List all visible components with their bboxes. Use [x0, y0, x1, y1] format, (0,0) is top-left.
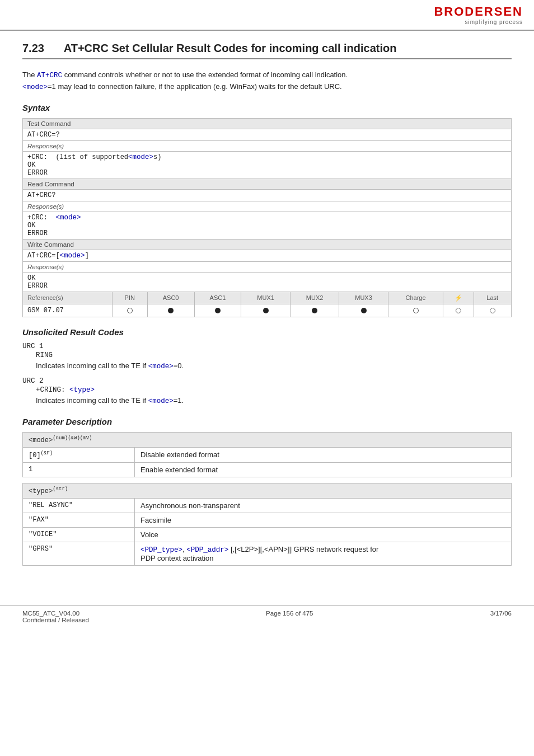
test-command-header-row: Test Command — [23, 118, 512, 129]
read-command-resp-label: Response(s) — [23, 201, 512, 212]
ref-table: Reference(s) PIN ASC0 ASC1 MUX1 MUX2 MUX… — [23, 292, 511, 317]
type-desc-2: Voice — [135, 528, 512, 542]
ref-icon — [443, 304, 474, 317]
section-title: 7.23 AT+CRC Set Cellular Result Codes fo… — [22, 42, 512, 59]
test-command-resp: +CRC: (list of supported<mode>s) OK ERRO… — [23, 151, 512, 179]
write-command-resp: OK ERROR — [23, 272, 512, 292]
mux3-circle — [361, 308, 367, 313]
urc-heading: Unsolicited Result Codes — [22, 327, 512, 337]
type-param-table: <type>(str) "REL ASYNC" Asynchronous non… — [22, 483, 512, 566]
ref-charge — [388, 304, 443, 317]
page-header: BRODERSEN simplifying process — [0, 0, 534, 31]
write-command-cmd: AT+CRC=[<mode>] — [23, 250, 512, 261]
asc1-col-header: ASC1 — [194, 292, 241, 304]
mux3-col-header: MUX3 — [339, 292, 388, 304]
type-param-name: <type>(str) — [23, 483, 512, 499]
ref-table-header: Reference(s) PIN ASC0 ASC1 MUX1 MUX2 MUX… — [23, 292, 511, 304]
ref-asc0 — [147, 304, 194, 317]
type-desc-0: Asynchronous non-transparent — [135, 499, 512, 513]
read-command-resp-row: +CRC: <mode> OK ERROR — [23, 212, 512, 239]
urc2-desc: Indicates incoming call to the TE if <mo… — [36, 395, 512, 407]
logo: BRODERSEN simplifying process — [434, 4, 523, 25]
urc1-desc: Indicates incoming call to the TE if <mo… — [36, 360, 512, 372]
section-heading-text: AT+CRC Set Cellular Result Codes for inc… — [64, 42, 397, 54]
write-command-header-row: Write Command — [23, 239, 512, 250]
ref-data-row: GSM 07.07 — [23, 304, 511, 317]
pin-circle — [127, 308, 133, 313]
desc-mode: <mode> — [22, 83, 48, 91]
mode-desc-0: Disable extended format — [135, 448, 512, 463]
mode-param-table: <mode>(num)(&W)(&V) [0](&F) Disable exte… — [22, 432, 512, 477]
type-desc-3: <PDP_type>, <PDP_addr> [,[<L2P>][,<APN>]… — [135, 542, 512, 566]
mode-key-1: 1 — [23, 463, 135, 477]
read-command-cmd-row: AT+CRC? — [23, 189, 512, 201]
footer-left: MC55_ATC_V04.00 Confidential / Released — [22, 610, 89, 623]
mode-key-0: [0](&F) — [23, 448, 135, 463]
ref-col-header: Reference(s) — [23, 292, 112, 304]
ref-asc1 — [194, 304, 241, 317]
write-command-label: Write Command — [23, 239, 512, 250]
read-command-header-row: Read Command — [23, 179, 512, 189]
icon-col-header: ⚡ — [443, 292, 474, 304]
mode-val-0: [0](&F) Disable extended format — [23, 448, 512, 463]
write-command-resp-row: OK ERROR — [23, 272, 512, 292]
mode-param-header: <mode>(num)(&W)(&V) — [23, 433, 512, 448]
urc2-code: +CRING: <type> — [36, 386, 512, 394]
type-param-header: <type>(str) — [23, 483, 512, 499]
footer-center: Page 156 of 475 — [266, 610, 313, 623]
urc1-block: URC 1 RING Indicates incoming call to th… — [22, 342, 512, 372]
test-command-label: Test Command — [23, 118, 512, 129]
test-resp-line1: +CRC: (list of supported<mode>s) — [27, 153, 161, 161]
mux2-col-header: MUX2 — [290, 292, 339, 304]
description-para1: The AT+CRC command controls whether or n… — [22, 69, 512, 93]
test-command-resp-row: +CRC: (list of supported<mode>s) OK ERRO… — [23, 151, 512, 179]
mode-param-name: <mode>(num)(&W)(&V) — [23, 433, 512, 448]
mux1-circle — [263, 308, 269, 313]
urc1-code: RING — [36, 351, 512, 359]
asc0-circle — [168, 308, 174, 313]
ref-mux3 — [339, 304, 388, 317]
charge-col-header: Charge — [388, 292, 443, 304]
type-key-0: "REL ASYNC" — [23, 499, 135, 513]
test-command-resp-label: Response(s) — [23, 140, 512, 151]
read-command-resp: +CRC: <mode> OK ERROR — [23, 212, 512, 239]
type-val-1: "FAX" Facsimile — [23, 513, 512, 528]
asc1-circle — [215, 308, 221, 313]
pin-col-header: PIN — [112, 292, 147, 304]
type-val-3: "GPRS" <PDP_type>, <PDP_addr> [,[<L2P>][… — [23, 542, 512, 566]
icon-circle — [456, 308, 461, 313]
logo-sub: simplifying process — [434, 19, 523, 25]
type-val-2: "VOICE" Voice — [23, 528, 512, 542]
ref-header-row: Reference(s) PIN ASC0 ASC1 MUX1 MUX2 MUX… — [23, 292, 512, 317]
main-content: 7.23 AT+CRC Set Cellular Result Codes fo… — [0, 31, 534, 588]
param-heading: Parameter Description — [22, 417, 512, 426]
syntax-table: Test Command AT+CRC=? Response(s) +CRC: … — [22, 118, 512, 317]
type-key-3: "GPRS" — [23, 542, 135, 566]
last-circle — [490, 308, 495, 313]
desc-post1: command controls whether or not to use t… — [62, 71, 348, 79]
desc-post2: =1 may lead to connection failure, if th… — [48, 82, 342, 91]
type-val-0: "REL ASYNC" Asynchronous non-transparent — [23, 499, 512, 513]
test-command-resp-label-row: Response(s) — [23, 140, 512, 151]
last-col-header: Last — [474, 292, 511, 304]
footer-doc-id: MC55_ATC_V04.00 — [22, 610, 89, 617]
type-desc-1: Facsimile — [135, 513, 512, 528]
urc2-label: URC 2 — [22, 377, 512, 385]
footer-status: Confidential / Released — [22, 617, 89, 623]
urc2-block: URC 2 +CRING: <type> Indicates incoming … — [22, 377, 512, 407]
ref-pin — [112, 304, 147, 317]
mux2-circle — [312, 308, 317, 313]
mode-val-1: 1 Enable extended format — [23, 463, 512, 477]
test-command-cmd: AT+CRC=? — [23, 129, 512, 140]
asc0-col-header: ASC0 — [147, 292, 194, 304]
write-command-cmd-row: AT+CRC=[<mode>] — [23, 250, 512, 261]
page-footer: MC55_ATC_V04.00 Confidential / Released … — [0, 605, 534, 628]
ref-mux1 — [241, 304, 290, 317]
mux1-col-header: MUX1 — [241, 292, 290, 304]
ref-gsm: GSM 07.07 — [23, 304, 112, 317]
footer-date: 3/17/06 — [490, 610, 512, 623]
test-command-cmd-row: AT+CRC=? — [23, 129, 512, 140]
read-command-label: Read Command — [23, 179, 512, 189]
desc-pre1: The — [22, 71, 37, 79]
type-key-1: "FAX" — [23, 513, 135, 528]
